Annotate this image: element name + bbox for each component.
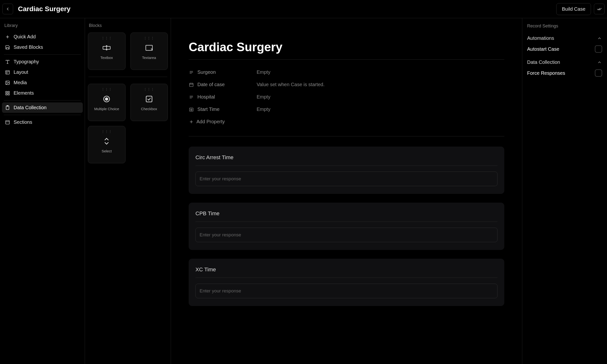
select-icon [102, 136, 111, 146]
block-label: Checkbox [141, 107, 157, 111]
settings-panel: Record Settings Automations Autostart Ca… [522, 18, 607, 364]
calendar-icon [189, 82, 194, 87]
library-item-label: Media [13, 80, 27, 85]
library-elements[interactable]: Elements [2, 88, 83, 98]
svg-rect-11 [8, 93, 10, 95]
grid-icon [5, 91, 10, 96]
form-card-title: CPB Time [196, 210, 498, 222]
divider [4, 54, 81, 55]
block-select[interactable]: ⋮⋮⋮ Select [88, 126, 126, 163]
block-multiple-choice[interactable]: ⋮⋮⋮ Multiple Choice [88, 84, 126, 121]
svg-point-23 [105, 98, 108, 100]
library-saved-blocks[interactable]: Saved Blocks [2, 42, 83, 52]
library-item-label: Data Collection [13, 105, 47, 110]
property-row-surgeon[interactable]: Surgeon Empty [189, 66, 504, 78]
library-item-label: Typography [13, 59, 39, 65]
settings-data-collection-header[interactable]: Data Collection [527, 58, 602, 67]
block-label: Textarea [142, 56, 156, 60]
topbar: Cardiac Surgery Build Case [0, 0, 607, 18]
image-icon [5, 80, 10, 85]
add-property-label: Add Property [197, 119, 225, 125]
response-input[interactable] [196, 171, 498, 186]
svg-rect-15 [6, 120, 10, 124]
drag-handle-icon: ⋮⋮⋮ [101, 87, 112, 91]
settings-heading: Record Settings [527, 24, 602, 29]
settings-section-label: Automations [527, 35, 554, 41]
canvas: Cardiac Surgery Surgeon Empty Date of ca… [171, 18, 522, 364]
property-row-hospital[interactable]: Hospital Empty [189, 91, 504, 103]
library-heading: Library [2, 22, 83, 32]
section-icon [5, 120, 10, 125]
property-row-start-time[interactable]: Start Time Empty [189, 103, 504, 116]
library-typography[interactable]: Typography [2, 57, 83, 67]
form-card-title: XC Time [196, 266, 498, 278]
checkbox-icon [144, 94, 154, 104]
text-lines-icon [189, 70, 194, 75]
textbox-icon [102, 43, 111, 53]
library-quick-add[interactable]: Quick Add [2, 32, 83, 42]
form-card-title: Circ Arrest Time [196, 154, 498, 166]
add-property-button[interactable]: Add Property [189, 116, 504, 128]
property-row-date[interactable]: Date of case Value set when Case is star… [189, 78, 504, 91]
blocks-heading: Blocks [88, 22, 168, 33]
library-layout[interactable]: Layout [2, 67, 83, 78]
property-value: Empty [257, 94, 270, 100]
property-label-text: Start Time [198, 106, 220, 112]
drag-handle-icon: ⋮⋮⋮ [101, 130, 112, 133]
build-case-button[interactable]: Build Case [556, 3, 591, 15]
double-check-icon [596, 6, 602, 12]
plus-icon [5, 34, 10, 39]
svg-line-38 [191, 110, 192, 110]
settings-section-label: Data Collection [527, 59, 560, 65]
svg-rect-10 [8, 91, 10, 93]
library-item-label: Sections [13, 119, 32, 125]
text-lines-icon [189, 94, 194, 100]
force-responses-checkbox[interactable] [595, 69, 602, 77]
clipboard-icon [5, 105, 10, 110]
block-textbox[interactable]: ⋮⋮⋮ Textbox [88, 33, 126, 70]
svg-rect-9 [6, 91, 7, 93]
svg-rect-21 [146, 45, 152, 50]
property-label-text: Date of case [198, 82, 224, 87]
drag-handle-icon: ⋮⋮⋮ [144, 36, 154, 40]
svg-point-8 [7, 81, 7, 82]
canvas-title[interactable]: Cardiac Surgery [189, 40, 504, 60]
radio-icon [102, 94, 111, 104]
blocks-panel: Blocks ⋮⋮⋮ Textbox ⋮⋮⋮ Textarea ⋮⋮⋮ [85, 18, 171, 364]
back-button[interactable] [2, 4, 13, 14]
settings-automations-header[interactable]: Automations [527, 34, 602, 43]
block-label: Textbox [100, 56, 113, 60]
library-media[interactable]: Media [2, 78, 83, 88]
form-card-xc[interactable]: XC Time [189, 259, 504, 306]
textarea-icon [144, 43, 154, 53]
block-checkbox[interactable]: ⋮⋮⋮ Checkbox [130, 84, 168, 121]
clock-icon [189, 107, 194, 112]
response-input[interactable] [196, 228, 498, 242]
library-item-label: Layout [13, 69, 28, 75]
library-sections[interactable]: Sections [2, 117, 83, 127]
drag-handle-icon: ⋮⋮⋮ [144, 87, 154, 91]
block-textarea[interactable]: ⋮⋮⋮ Textarea [130, 33, 168, 70]
settings-autostart-row: Autostart Case [527, 43, 602, 58]
form-card-cpb[interactable]: CPB Time [189, 203, 504, 250]
property-value: Value set when Case is started. [257, 82, 325, 87]
chevron-left-icon [5, 6, 11, 12]
chevron-up-icon [597, 60, 602, 65]
settings-force-responses-row: Force Responses [527, 67, 602, 82]
drag-handle-icon: ⋮⋮⋮ [101, 36, 112, 40]
svg-rect-28 [190, 83, 193, 86]
confirm-button[interactable] [594, 4, 605, 14]
divider [88, 77, 167, 77]
form-card-circ-arrest[interactable]: Circ Arrest Time [189, 147, 504, 194]
property-value: Empty [257, 69, 270, 75]
autostart-checkbox[interactable] [595, 45, 602, 53]
save-icon [5, 45, 10, 50]
response-input[interactable] [196, 284, 498, 298]
library-item-label: Saved Blocks [13, 44, 43, 50]
plus-icon [189, 119, 194, 125]
property-label-text: Hospital [198, 94, 215, 100]
type-icon [5, 59, 10, 65]
divider [4, 115, 81, 115]
property-label-text: Surgeon [198, 69, 216, 75]
library-data-collection[interactable]: Data Collection [2, 102, 83, 113]
